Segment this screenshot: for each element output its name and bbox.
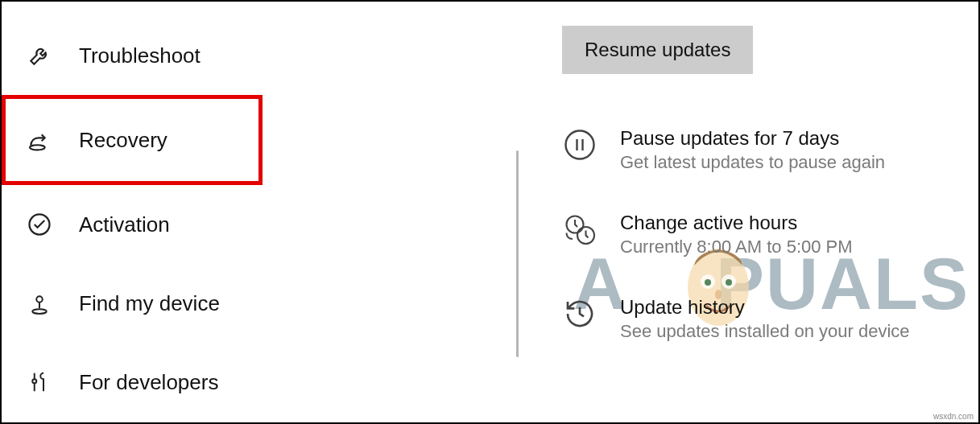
svg-point-4 (32, 379, 36, 383)
option-change-active-hours[interactable]: Change active hours Currently 8:00 AM to… (562, 210, 962, 259)
sidebar-item-label: Activation (79, 212, 170, 237)
svg-point-5 (566, 131, 594, 159)
option-subtitle: See updates installed on your device (620, 319, 910, 344)
option-title: Pause updates for 7 days (620, 126, 885, 150)
tools-icon (26, 368, 53, 396)
history-icon (562, 296, 598, 331)
checkmark-circle-icon (26, 211, 53, 238)
recovery-icon (26, 126, 53, 154)
wrench-icon (26, 42, 53, 69)
sidebar-item-label: Troubleshoot (79, 43, 201, 68)
option-title: Change active hours (620, 210, 853, 235)
sidebar-item-recovery[interactable]: Recovery (2, 95, 263, 185)
attribution-text: wsxdn.com (933, 412, 974, 421)
sidebar-item-label: For developers (79, 370, 218, 395)
sidebar-item-label: Find my device (79, 291, 220, 316)
svg-point-3 (32, 309, 47, 314)
location-pin-icon (26, 290, 53, 317)
resume-updates-button[interactable]: Resume updates (562, 26, 753, 74)
sidebar-item-label: Recovery (79, 128, 167, 153)
option-text: Update history See updates installed on … (620, 294, 910, 344)
svg-point-0 (30, 145, 45, 150)
option-title: Update history (620, 294, 910, 319)
pause-circle-icon (562, 127, 598, 163)
option-text: Change active hours Currently 8:00 AM to… (620, 210, 853, 259)
svg-point-2 (36, 296, 43, 303)
sidebar-item-find-my-device[interactable]: Find my device (2, 264, 517, 343)
sidebar-item-troubleshoot[interactable]: Troubleshoot (2, 16, 517, 95)
option-subtitle: Currently 8:00 AM to 5:00 PM (620, 235, 853, 259)
option-text: Pause updates for 7 days Get latest upda… (620, 126, 885, 175)
main-panel: Resume updates Pause updates for 7 days … (517, 2, 978, 422)
option-pause-updates[interactable]: Pause updates for 7 days Get latest upda… (562, 126, 962, 175)
settings-sidebar: Troubleshoot Recovery Activation (2, 2, 517, 422)
option-update-history[interactable]: Update history See updates installed on … (562, 294, 962, 344)
active-hours-icon (562, 212, 598, 247)
scrollbar[interactable] (516, 150, 519, 357)
option-subtitle: Get latest updates to pause again (620, 150, 885, 175)
sidebar-item-for-developers[interactable]: For developers (2, 343, 517, 422)
sidebar-item-activation[interactable]: Activation (2, 185, 517, 264)
